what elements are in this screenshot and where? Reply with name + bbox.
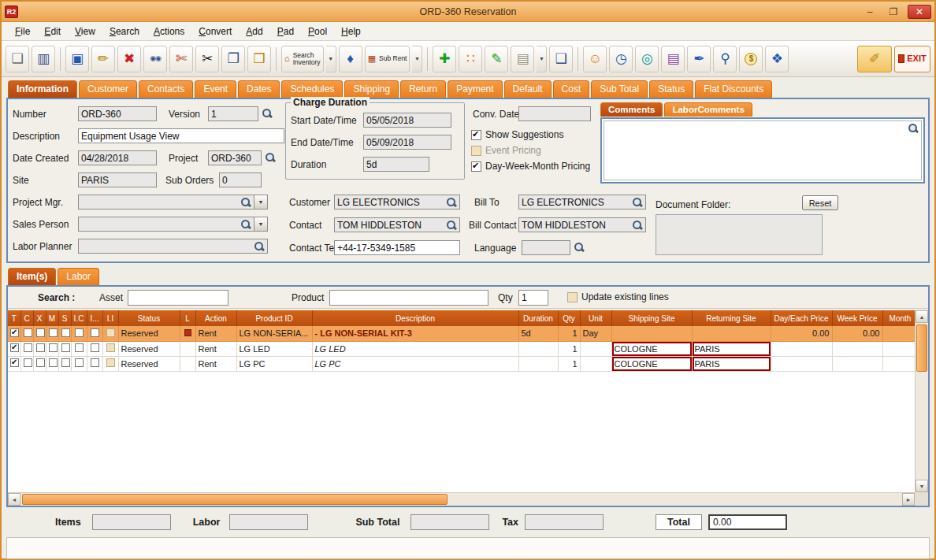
bill-contact-search-icon[interactable] (632, 220, 643, 231)
tab-return[interactable]: Return (400, 80, 446, 98)
tab-labor[interactable]: Labor (58, 268, 99, 285)
sub-rent-button[interactable]: ▦ Sub Rent (365, 46, 410, 72)
tab-contacts[interactable]: Contacts (139, 80, 193, 98)
qty-input[interactable]: 1 (518, 290, 548, 306)
col-qty[interactable]: Qty (558, 310, 580, 326)
show-suggestions-box[interactable] (471, 130, 481, 140)
row-checkbox[interactable] (75, 328, 84, 337)
key-button[interactable]: ⚲ (713, 46, 737, 72)
row-checkbox[interactable] (61, 343, 70, 352)
cell-status[interactable]: Reserved (118, 341, 180, 356)
add-line-button[interactable]: ✚ (433, 46, 456, 72)
cell-product-id[interactable]: LG NON-SERIA... (236, 326, 312, 341)
duration-field[interactable]: 5d (363, 157, 429, 172)
project-mgr-search-icon[interactable] (240, 197, 251, 208)
row-checkbox[interactable] (10, 358, 19, 367)
contact-field[interactable]: TOM HIDDLESTON (334, 217, 460, 232)
cell-month[interactable] (882, 356, 918, 371)
cell-status[interactable]: Reserved (118, 356, 180, 371)
note-edit-button[interactable]: ✎ (485, 46, 508, 72)
end-date-field[interactable]: 05/09/2018 (363, 135, 451, 150)
version-search-icon[interactable] (262, 108, 273, 119)
cell-unit[interactable] (580, 341, 611, 356)
update-existing-lines-checkbox[interactable]: Update existing lines (567, 291, 669, 302)
pen-tool-button[interactable]: ✐ (857, 46, 892, 72)
sales-person-dropdown[interactable]: ▼ (254, 217, 268, 232)
cell-action[interactable]: Rent (195, 326, 236, 341)
tab-payment[interactable]: Payment (448, 80, 502, 98)
bill-contact-field[interactable]: TOM HIDDLESTON (518, 217, 646, 232)
row-checkbox[interactable] (36, 343, 45, 352)
project-search-icon[interactable] (265, 152, 276, 163)
tab-shipping[interactable]: Shipping (344, 80, 399, 98)
row-checkbox[interactable] (24, 328, 32, 337)
cut-button[interactable]: ✂ (195, 46, 219, 72)
col-week-price[interactable]: Week Price (832, 310, 882, 326)
row-checkbox[interactable] (106, 328, 115, 337)
cell-l-flag[interactable] (180, 326, 195, 341)
menu-add[interactable]: Add (239, 24, 269, 39)
paste-button[interactable]: ❒ (247, 46, 271, 72)
cell-day-price[interactable]: 0.00 (771, 326, 832, 341)
row-checkbox[interactable] (75, 343, 84, 352)
menu-pool[interactable]: Pool (301, 24, 334, 39)
cell-week-price[interactable] (832, 341, 882, 356)
search-inventory-button[interactable]: ⌂ SearchInventory (281, 46, 324, 72)
cell-month[interactable] (882, 326, 918, 341)
row-checkbox[interactable] (49, 343, 58, 352)
clock-button[interactable]: ◷ (609, 46, 633, 72)
row-checkbox[interactable] (91, 328, 99, 337)
tab-status[interactable]: Status (649, 80, 693, 98)
row-checkbox[interactable] (106, 343, 115, 352)
copy-button[interactable]: ❐ (221, 46, 245, 72)
col-l[interactable]: L (180, 310, 195, 326)
cell-duration[interactable] (518, 356, 558, 371)
table-row[interactable]: Reserved Rent LG NON-SERIA... - LG NON-S… (8, 326, 918, 341)
cell-description[interactable]: LG LED (312, 341, 518, 356)
close-button[interactable]: ✕ (908, 5, 931, 19)
reset-button[interactable]: Reset (802, 195, 838, 210)
labor-planner-field[interactable] (78, 239, 268, 254)
find-button[interactable]: ◉◉ (143, 46, 167, 72)
contact-search-icon[interactable] (446, 220, 457, 231)
asset-input[interactable] (128, 290, 228, 306)
sub-orders-field[interactable]: 0 (219, 172, 262, 187)
scroll-up-button[interactable]: ▲ (916, 310, 928, 323)
cell-l-flag[interactable] (180, 341, 195, 356)
menu-actions[interactable]: Actions (147, 24, 191, 39)
cell-day-price[interactable] (771, 356, 832, 371)
col-ic[interactable]: I.C (71, 310, 87, 326)
language-field[interactable] (522, 240, 570, 255)
search-inventory-dropdown[interactable]: ▼ (326, 46, 336, 72)
row-checkbox[interactable] (49, 358, 58, 367)
col-unit[interactable]: Unit (580, 310, 611, 326)
cubes-button[interactable]: ❖ (765, 46, 789, 72)
exit-button[interactable]: EXIT (894, 46, 930, 72)
conv-date-field[interactable] (518, 106, 591, 121)
cell-returning-site[interactable]: PARIS (692, 341, 771, 356)
cell-action[interactable]: Rent (195, 356, 236, 371)
money-button[interactable]: $ (739, 46, 763, 72)
col-t[interactable]: T (8, 310, 20, 326)
vertical-scroll-thumb[interactable] (916, 325, 927, 372)
col-product-id[interactable]: Product ID (236, 310, 312, 326)
cell-status[interactable]: Reserved (118, 326, 180, 341)
dwm-pricing-checkbox[interactable]: Day-Week-Month Pricing (471, 161, 590, 172)
cell-duration[interactable]: 5d (518, 326, 558, 341)
document-folder-box[interactable] (656, 214, 823, 255)
cell-qty[interactable]: 1 (558, 326, 580, 341)
col-month[interactable]: Month (882, 310, 918, 326)
minimize-button[interactable]: – (860, 5, 879, 19)
tab-event[interactable]: Event (195, 80, 236, 98)
sales-person-field[interactable] (78, 217, 254, 232)
col-status[interactable]: Status (118, 310, 180, 326)
scroll-left-button[interactable]: ◄ (8, 493, 20, 506)
sub-rent-dropdown[interactable]: ▼ (412, 46, 422, 72)
col-x[interactable]: X (33, 310, 46, 326)
labor-planner-search-icon[interactable] (254, 241, 265, 252)
cell-duration[interactable] (518, 341, 558, 356)
scroll-down-button[interactable]: ▼ (916, 480, 928, 492)
sales-person-search-icon[interactable] (240, 219, 251, 230)
dwm-pricing-box[interactable] (471, 161, 481, 172)
horizontal-scroll-thumb[interactable] (22, 494, 448, 505)
